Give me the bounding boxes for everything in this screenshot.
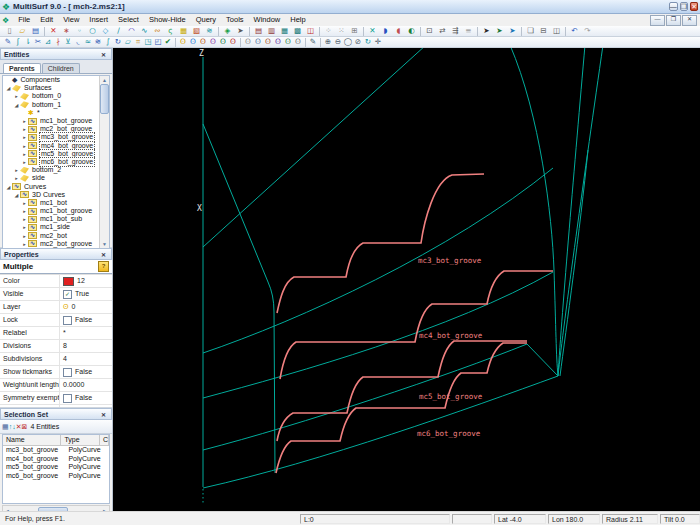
property-value[interactable]: False xyxy=(60,366,112,378)
toolbar-icon-rotate-view[interactable]: ↻ xyxy=(363,37,373,47)
toolbar-icon-new[interactable]: ▯ xyxy=(3,26,16,36)
menu-item-insert[interactable]: Insert xyxy=(84,15,113,24)
toolbar-icon-tangent-tool[interactable]: ◗ xyxy=(379,26,392,36)
scroll-up-icon[interactable]: ▲ xyxy=(102,76,107,84)
tree-item-mc1-bot-sub[interactable]: ▸∿mc1_bot_sub xyxy=(3,215,100,223)
toolbar-icon-show-parents[interactable]: ʘ xyxy=(208,37,218,47)
tree-item-mc1-bot-groove[interactable]: ▸∿mc1_bot_groove xyxy=(3,117,100,125)
menu-item-help[interactable]: Help xyxy=(285,15,310,24)
toolbar-icon-window-tile-vert[interactable]: ◫ xyxy=(550,26,563,36)
tree-item-mc6-bot-groove[interactable]: ▸∿mc6_bot_groove xyxy=(3,158,100,166)
tree-expander-icon[interactable]: ▸ xyxy=(13,166,20,174)
toolbar-icon-hide-children[interactable]: ʘ xyxy=(273,37,283,47)
tree-expander-icon[interactable]: ◢ xyxy=(13,101,20,109)
menu-item-query[interactable]: Query xyxy=(191,15,221,24)
toolbar-icon-measure[interactable]: ⇄ xyxy=(436,26,449,36)
checkbox-icon[interactable] xyxy=(63,394,72,403)
menu-item-edit[interactable]: Edit xyxy=(35,15,58,24)
tree-expander-icon[interactable]: ▸ xyxy=(21,240,28,248)
toolbar-icon-redo[interactable]: ↷ xyxy=(581,26,594,36)
menu-item-tools[interactable]: Tools xyxy=(221,15,249,24)
tree-vertical-scrollbar[interactable]: ▲ ▼ xyxy=(99,76,109,248)
entities-close-icon[interactable]: ✕ xyxy=(99,51,108,58)
toolbar-icon-delete[interactable]: ✕ xyxy=(47,26,60,36)
selection-row-mc6_bot_groove[interactable]: mc6_bot_groovePolyCurveC.. xyxy=(3,472,109,481)
toolbar-icon-offset-tool[interactable]: ◖ xyxy=(392,26,405,36)
toolbar-icon-window-tile-horz[interactable]: ⊟ xyxy=(537,26,550,36)
property-value[interactable]: False xyxy=(60,392,112,404)
menu-item-window[interactable]: Window xyxy=(249,15,286,24)
toolbar-icon-intersect-tool[interactable]: ✂ xyxy=(33,37,43,47)
toolbar-icon-insert-snake[interactable]: ς xyxy=(164,26,177,36)
mdi-restore-button[interactable]: ❐ xyxy=(666,15,681,26)
tree-expander-icon[interactable]: ▸ xyxy=(21,133,28,141)
wireframe-canvas[interactable]: ZXmc3_bot_groovemc4_bot_groovemc5_bot_gr… xyxy=(113,48,700,511)
toolbar-icon-hide-selected[interactable]: ʘ xyxy=(198,37,208,47)
toolbar-icon-blend-tool[interactable]: ≈ xyxy=(83,37,93,47)
checkbox-icon[interactable] xyxy=(63,316,72,325)
toolbar-icon-join-tool[interactable]: ⊻ xyxy=(63,37,73,47)
toolbar-icon-hide-parents[interactable]: ʘ xyxy=(263,37,273,47)
tree-item-3d-curves[interactable]: ◢∿3D Curves xyxy=(3,191,100,199)
toolbar-icon-show-all[interactable]: ʘ xyxy=(178,37,188,47)
toolbar-icon-insert-magnet[interactable]: ◇ xyxy=(99,26,112,36)
tree-expander-icon[interactable]: ▸ xyxy=(21,142,28,150)
tree-item-bottom-2[interactable]: ▸bottom_2 xyxy=(3,166,100,174)
toolbar-icon-mirror-tool[interactable]: ◐ xyxy=(405,26,418,36)
toolbar-icon-insert-contours[interactable]: ≋ xyxy=(203,26,216,36)
toolbar-icon-sweep-tool[interactable]: ∫ xyxy=(103,37,113,47)
toolbar-icon-show-layer[interactable]: ʘ xyxy=(228,37,238,47)
toolbar-icon-hide-unselected[interactable]: ʘ xyxy=(253,37,263,47)
toolbar-icon-insert-arc[interactable]: ◠ xyxy=(125,26,138,36)
tree-item-mc1-side[interactable]: ▸∿mc1_side xyxy=(3,223,100,231)
toolbar-icon-zoom-box[interactable]: ⊡ xyxy=(423,26,436,36)
selection-tool-selection-list[interactable]: ▦ xyxy=(2,423,9,430)
toolbar-icon-insert-ring[interactable]: ○ xyxy=(86,26,99,36)
property-value[interactable]: 12 xyxy=(60,275,112,287)
3d-viewport[interactable]: ZXmc3_bot_groovemc4_bot_groovemc5_bot_gr… xyxy=(113,48,700,511)
toolbar-icon-toggle-frame[interactable]: ⊞ xyxy=(348,26,361,36)
scrollbar-thumb[interactable] xyxy=(100,84,109,114)
property-value[interactable]: ʘ0 xyxy=(60,301,112,313)
selection-row-mc5_bot_groove[interactable]: mc5_bot_groovePolyCurveC.. xyxy=(3,463,109,472)
toolbar-icon-hide-all[interactable]: ʘ xyxy=(243,37,253,47)
tab-children[interactable]: Children xyxy=(42,63,80,73)
toolbar-icon-view-perspective[interactable]: ◫ xyxy=(304,26,317,36)
tab-parents[interactable]: Parents xyxy=(3,63,41,73)
toolbar-icon-zoom-fit[interactable]: ⊘ xyxy=(353,37,363,47)
toolbar-icon-ruled-tool[interactable]: ▱ xyxy=(123,37,133,47)
toolbar-icon-insert-line[interactable]: ∕ xyxy=(112,26,125,36)
tree-item-surfaces[interactable]: ◢Surfaces xyxy=(3,84,100,92)
toolbar-icon-split-tool[interactable]: ∤ xyxy=(53,37,63,47)
restore-button[interactable]: ❐ xyxy=(680,2,688,11)
toolbar-icon-trim-tool[interactable]: ⊿ xyxy=(43,37,53,47)
toolbar-icon-insert-ccurve[interactable]: ∾ xyxy=(151,26,164,36)
toolbar-icon-toggle-points[interactable]: ⁙ xyxy=(335,26,348,36)
toolbar-icon-window-cascade[interactable]: ❏ xyxy=(524,26,537,36)
property-value[interactable]: ✓True xyxy=(60,288,112,300)
toolbar-icon-fillet-tool[interactable]: ◟ xyxy=(73,37,83,47)
property-value[interactable]: 8 xyxy=(60,340,112,352)
property-value[interactable]: 4 xyxy=(60,353,112,365)
properties-tag-icon[interactable]: ? xyxy=(98,261,109,272)
toolbar-icon-insert-surface[interactable]: ▦ xyxy=(177,26,190,36)
toolbar-icon-view-top[interactable]: ▥ xyxy=(265,26,278,36)
tree-expander-icon[interactable]: ▸ xyxy=(21,207,28,215)
toolbar-icon-open[interactable]: ▱ xyxy=(16,26,29,36)
tree-expander-icon[interactable]: ▸ xyxy=(21,199,28,207)
tree-expander-icon[interactable]: ◢ xyxy=(5,183,12,191)
column-header-name[interactable]: Name xyxy=(3,435,61,445)
property-value[interactable]: False xyxy=(60,314,112,326)
toolbar-icon-insert-entity[interactable]: ◈ xyxy=(221,26,234,36)
tree-expander-icon[interactable]: ▸ xyxy=(13,174,20,182)
toolbar-icon-zoom-out[interactable]: ⊖ xyxy=(333,37,343,47)
toolbar-icon-pen-tool[interactable]: ✎ xyxy=(308,37,318,47)
tree-item-curves[interactable]: ◢∿Curves xyxy=(3,182,100,190)
checkbox-icon[interactable]: ✓ xyxy=(63,290,72,299)
scroll-down-icon[interactable]: ▼ xyxy=(102,240,107,248)
tree-expander-icon[interactable]: ◢ xyxy=(5,84,12,92)
tree-expander-icon[interactable]: ▸ xyxy=(13,92,20,100)
column-header-c[interactable]: C xyxy=(100,435,109,445)
selection-close-icon[interactable]: ✕ xyxy=(99,411,108,418)
selection-row-mc3_bot_groove[interactable]: mc3_bot_groovePolyCurveC.. xyxy=(3,446,109,455)
